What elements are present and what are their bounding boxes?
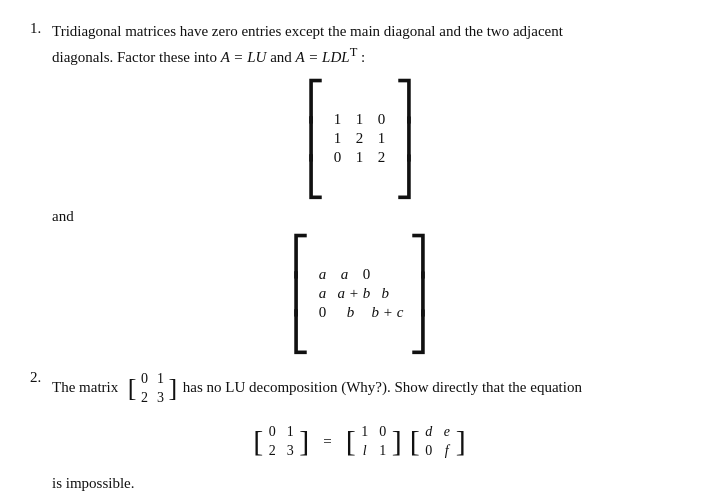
problem-2-post: has no LU decomposition (Why?). Show dir… xyxy=(183,379,582,395)
problem-2: 2. The matrix [ 0 1 2 3 ] has no LU deco… xyxy=(30,369,689,502)
rhs1-matrix: [ 1 0 l 1 ] xyxy=(346,422,402,461)
matrix-1-row-0: 1 1 0 xyxy=(327,110,393,129)
inline-m2-r1c0: 2 xyxy=(136,388,152,408)
problem-2-header: 2. The matrix [ 0 1 2 3 ] has no LU deco… xyxy=(30,369,689,408)
m1-r2-c1: 1 xyxy=(349,148,371,167)
rhs2-r0c1: e xyxy=(438,422,456,442)
matrix-2-row-1: a a + b b xyxy=(312,284,408,303)
matrix-2-row-2: 0 b b + c xyxy=(312,303,408,322)
rhs1-cells: 1 0 l 1 xyxy=(356,422,392,461)
matrix-1-bracket-left: ⎡⎢⎣ xyxy=(306,82,325,196)
inline-matrix-2-cells: 0 1 2 3 xyxy=(136,369,168,408)
inline-m2-r1c1: 3 xyxy=(152,388,168,408)
lhs-cells: 0 1 2 3 xyxy=(263,422,299,461)
lhs-r1c1: 3 xyxy=(281,441,299,461)
matrix-1-row-1: 1 2 1 xyxy=(327,129,393,148)
rhs2-row0: d e xyxy=(420,422,456,442)
is-impossible-text: is impossible. xyxy=(52,475,689,492)
problem-1-eq2: A = LDL xyxy=(296,49,350,65)
problem-2-text: The matrix [ 0 1 2 3 ] has no LU decompo… xyxy=(52,369,582,408)
m1-r0-c2: 0 xyxy=(371,110,393,129)
problem-2-number: 2. xyxy=(30,369,52,386)
rhs2-r1c0: 0 xyxy=(420,441,438,461)
rhs1-r0c1: 0 xyxy=(374,422,392,442)
rhs1-bracket-left: [ xyxy=(346,426,356,456)
lhs-r0c0: 0 xyxy=(263,422,281,442)
rhs1-bracket-right: ] xyxy=(392,426,402,456)
equals-sign: = xyxy=(323,433,331,450)
problem-1-line2b: and xyxy=(266,49,295,65)
matrix-2-block: ⎡⎢⎣ a a 0 a a + b b 0 b b + c ⎤⎥⎦ xyxy=(30,237,689,351)
m1-r1-c2: 1 xyxy=(371,129,393,148)
problem-1-text: Tridiagonal matrices have zero entries e… xyxy=(52,20,689,70)
m2-r2-c0: 0 xyxy=(312,303,334,322)
rhs2-bracket-left: [ xyxy=(410,426,420,456)
matrix-1-wrapper: ⎡⎢⎣ 1 1 0 1 2 1 0 1 2 ⎤⎥⎦ xyxy=(306,82,414,196)
lhs-matrix: [ 0 1 2 3 ] xyxy=(253,422,309,461)
lhs-bracket-right: ] xyxy=(299,426,309,456)
inline-m2-row0: 0 1 xyxy=(136,369,168,389)
rhs1-row1: l 1 xyxy=(356,441,392,461)
lhs-r1c0: 2 xyxy=(263,441,281,461)
m1-r1-c1: 2 xyxy=(349,129,371,148)
rhs2-row1: 0 f xyxy=(420,441,456,461)
problem-1-line2a: diagonals. Factor these into xyxy=(52,49,221,65)
rhs1-r1c1: 1 xyxy=(374,441,392,461)
rhs2-r1c1: f xyxy=(438,441,456,461)
m1-r0-c1: 1 xyxy=(349,110,371,129)
matrix-1-row-2: 0 1 2 xyxy=(327,148,393,167)
matrix-2-wrapper: ⎡⎢⎣ a a 0 a a + b b 0 b b + c ⎤⎥⎦ xyxy=(291,237,429,351)
m2-r0-c2: 0 xyxy=(356,265,378,284)
matrix-2-bracket-right: ⎤⎥⎦ xyxy=(409,237,428,351)
m1-r2-c0: 0 xyxy=(327,148,349,167)
m2-r2-c1: b xyxy=(334,303,368,322)
problem-1-eq1: A = LU xyxy=(221,49,267,65)
inline-m2-r0c1: 1 xyxy=(152,369,168,389)
rhs1-row0: 1 0 xyxy=(356,422,392,442)
rhs1-r1c0: l xyxy=(356,441,374,461)
m2-r1-c2: b xyxy=(374,284,396,303)
and-label: and xyxy=(52,208,689,225)
inline-m2-r0c0: 0 xyxy=(136,369,152,389)
inline-matrix-2-bracket-left: [ xyxy=(128,375,137,401)
m1-r2-c2: 2 xyxy=(371,148,393,167)
matrix-2-bracket-left: ⎡⎢⎣ xyxy=(291,237,310,351)
rhs1-r0c0: 1 xyxy=(356,422,374,442)
rhs2-cells: d e 0 f xyxy=(420,422,456,461)
m2-r1-c1: a + b xyxy=(334,284,375,303)
m2-r0-c1: a xyxy=(334,265,356,284)
matrix-1-block: ⎡⎢⎣ 1 1 0 1 2 1 0 1 2 ⎤⎥⎦ xyxy=(30,82,689,196)
matrix-1-rows: 1 1 0 1 2 1 0 1 2 xyxy=(327,110,393,167)
matrix-2-rows: a a 0 a a + b b 0 b b + c xyxy=(312,265,408,322)
lhs-bracket-left: [ xyxy=(253,426,263,456)
m1-r0-c0: 1 xyxy=(327,110,349,129)
problem-1-colon: : xyxy=(357,49,365,65)
m2-r2-c2: b + c xyxy=(368,303,408,322)
problem-1-number: 1. xyxy=(30,20,52,37)
m1-r1-c0: 1 xyxy=(327,129,349,148)
m2-r1-c0: a xyxy=(312,284,334,303)
lhs-row0: 0 1 xyxy=(263,422,299,442)
inline-matrix-2-bracket-right: ] xyxy=(168,375,177,401)
rhs2-r0c0: d xyxy=(420,422,438,442)
inline-m2-row1: 2 3 xyxy=(136,388,168,408)
equation-block: [ 0 1 2 3 ] = [ 1 0 xyxy=(30,422,689,461)
problem-2-pre: The matrix xyxy=(52,379,118,395)
inline-matrix-2: [ 0 1 2 3 ] xyxy=(128,369,177,408)
m2-r0-c0: a xyxy=(312,265,334,284)
rhs2-bracket-right: ] xyxy=(456,426,466,456)
matrix-1-bracket-right: ⎤⎥⎦ xyxy=(395,82,414,196)
problem-1-line1: Tridiagonal matrices have zero entries e… xyxy=(52,23,563,39)
lhs-row1: 2 3 xyxy=(263,441,299,461)
lhs-r0c1: 1 xyxy=(281,422,299,442)
rhs2-matrix: [ d e 0 f ] xyxy=(410,422,466,461)
problem-1: 1. Tridiagonal matrices have zero entrie… xyxy=(30,20,689,351)
matrix-2-row-0: a a 0 xyxy=(312,265,408,284)
